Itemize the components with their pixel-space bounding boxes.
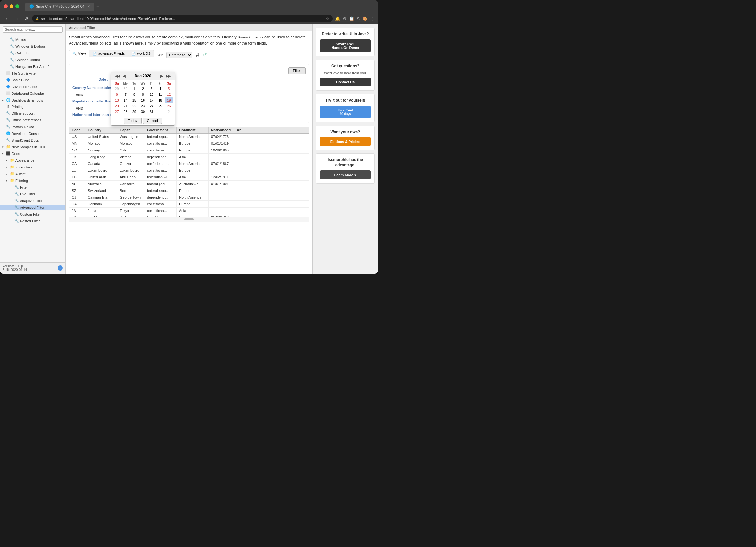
- close-button[interactable]: [4, 4, 8, 8]
- grid-row-lu[interactable]: LU Luxembourg Luxembourg constitiona... …: [69, 167, 309, 174]
- grid-row-cj[interactable]: CJ Cayman Isla... George Town dependent …: [69, 194, 309, 201]
- sidebar-item-tilesort[interactable]: ⬜ Tile Sort & Filter: [0, 70, 65, 77]
- minimize-button[interactable]: [10, 4, 13, 8]
- sidebar-item-navbar[interactable]: 🔧 Navigation Bar Auto-fit: [0, 63, 65, 70]
- col-nationhood[interactable]: Nationhood: [209, 127, 234, 133]
- sidebar-item-calendar[interactable]: 🔧 Calendar: [0, 50, 65, 56]
- cancel-button[interactable]: Cancel: [143, 118, 162, 124]
- grid-row-ls[interactable]: LS Liechtenstein Vaduz hereditary c... E…: [69, 214, 309, 217]
- cal-day[interactable]: 19: [165, 97, 173, 103]
- cal-day[interactable]: 24: [147, 103, 156, 109]
- sidebar-item-autofit[interactable]: ▸ 📁 Autofit: [0, 170, 65, 177]
- tab-worldds[interactable]: 📄 worldDS: [128, 50, 154, 57]
- grid-row-as[interactable]: AS Australia Canberra federal parli... A…: [69, 181, 309, 187]
- cal-day[interactable]: 30: [138, 109, 147, 115]
- help-button[interactable]: ?: [58, 265, 63, 271]
- col-government[interactable]: Government: [144, 127, 177, 133]
- sidebar-item-adaptivefilter[interactable]: 🔧 Adaptive Filter: [0, 197, 65, 204]
- sidebar-item-datacal[interactable]: ⬜ Databound Calendar: [0, 90, 65, 97]
- prev-year-button[interactable]: ◀◀: [114, 73, 121, 79]
- browser-tab[interactable]: 🌐 SmartClient™ v10.0p_2020-04 ✕: [25, 3, 95, 11]
- learn-more-button[interactable]: Learn More >: [320, 170, 371, 179]
- grid-row-ja[interactable]: JA Japan Tokyo constitiona... Asia: [69, 208, 309, 214]
- cal-day[interactable]: 8: [130, 92, 138, 97]
- gwt-demo-button[interactable]: Smart GWTHands-On Demo: [320, 39, 371, 52]
- grid-row-sz[interactable]: SZ Switzerland Bern federal repu... Euro…: [69, 187, 309, 194]
- cal-day[interactable]: 4: [156, 86, 165, 92]
- grid-row-da[interactable]: DA Denmark Copenhagen constitiona... Eur…: [69, 201, 309, 208]
- today-button[interactable]: Today: [124, 118, 141, 124]
- cal-day[interactable]: 14: [121, 97, 130, 103]
- cal-day[interactable]: 5: [165, 86, 173, 92]
- sidebar-item-customfilter[interactable]: 🔧 Custom Filter: [0, 211, 65, 217]
- cal-day[interactable]: 29: [112, 86, 121, 92]
- bookmark-icon[interactable]: ☆: [326, 17, 329, 21]
- next-year-button[interactable]: ▶▶: [164, 73, 172, 79]
- ext-icon-2[interactable]: ⚙: [343, 16, 347, 21]
- col-code[interactable]: Code: [69, 127, 85, 133]
- prev-month-button[interactable]: ◀: [121, 73, 127, 79]
- cal-day[interactable]: 2: [138, 86, 147, 92]
- cal-day[interactable]: 12: [165, 92, 173, 97]
- cal-day[interactable]: 20: [112, 103, 121, 109]
- sidebar-item-filtering[interactable]: ▾ 📁 Filtering: [0, 177, 65, 184]
- next-month-button[interactable]: ▶: [159, 73, 164, 79]
- skin-select[interactable]: Enterprise Graphite Stratus Valley Flat …: [166, 52, 192, 58]
- sidebar-item-interaction[interactable]: ▸ 📁 Interaction: [0, 164, 65, 170]
- print-icon[interactable]: 🖨: [195, 53, 200, 58]
- cal-day[interactable]: 22: [130, 103, 138, 109]
- cal-day[interactable]: 27: [112, 109, 121, 115]
- cal-day[interactable]: 30: [121, 86, 130, 92]
- new-tab-button[interactable]: +: [96, 4, 99, 9]
- sidebar-item-appearance[interactable]: ▸ 📁 Appearance: [0, 157, 65, 164]
- ext-icon-1[interactable]: 🔔: [335, 16, 340, 21]
- sidebar-item-offsupport[interactable]: 🔧 Offline support: [0, 110, 65, 117]
- ext-icon-5[interactable]: 🎨: [362, 16, 367, 21]
- maximize-button[interactable]: [15, 4, 19, 8]
- cal-day[interactable]: 1: [130, 86, 138, 92]
- sidebar-item-grids[interactable]: ▾ ⬛ Grids: [0, 150, 65, 157]
- sidebar-item-windows[interactable]: 🔧 Windows & Dialogs: [0, 43, 65, 50]
- cal-day[interactable]: 3: [147, 86, 156, 92]
- grid-row-us[interactable]: US United States Washington federal repu…: [69, 134, 309, 140]
- cal-day[interactable]: 6: [112, 92, 121, 97]
- col-country[interactable]: Country: [85, 127, 117, 133]
- ext-icon-4[interactable]: S: [357, 16, 360, 21]
- reload-button[interactable]: ↺: [23, 15, 29, 22]
- col-area[interactable]: Ar...: [234, 127, 309, 133]
- refresh-icon[interactable]: ↺: [203, 53, 207, 58]
- cal-day[interactable]: 7: [121, 92, 130, 97]
- grid-row-ca[interactable]: CA Canada Ottawa confederatio... North A…: [69, 160, 309, 167]
- sidebar-item-pattern[interactable]: 🔧 Pattern Reuse: [0, 123, 65, 130]
- filter-button[interactable]: Filter: [288, 67, 306, 74]
- cal-day[interactable]: 25: [156, 103, 165, 109]
- trial-button[interactable]: Free Trial60 days: [320, 106, 371, 118]
- cal-day[interactable]: 15: [130, 97, 138, 103]
- cal-day[interactable]: 23: [138, 103, 147, 109]
- back-button[interactable]: ←: [4, 15, 11, 22]
- sidebar-item-spinner[interactable]: 🔧 Spinner Control: [0, 56, 65, 63]
- sidebar-item-printing[interactable]: 🖨 Printing: [0, 103, 65, 110]
- cal-day[interactable]: 1: [156, 109, 165, 115]
- search-input[interactable]: [3, 26, 63, 33]
- cal-day[interactable]: 26: [165, 103, 173, 109]
- cal-day[interactable]: 11: [156, 92, 165, 97]
- sidebar-item-advancedcube[interactable]: 🔷 Advanced Cube: [0, 83, 65, 90]
- address-bar[interactable]: 🔒 smartclient.com/smartclient-10.0/isomo…: [32, 15, 333, 22]
- cal-day[interactable]: 13: [112, 97, 121, 103]
- sidebar-item-devconsole[interactable]: 🌐 Developer Console: [0, 130, 65, 137]
- menu-icon[interactable]: ⋮: [370, 16, 374, 21]
- cal-day[interactable]: 9: [138, 92, 147, 97]
- cal-day[interactable]: 10: [147, 92, 156, 97]
- cal-day[interactable]: 17: [147, 97, 156, 103]
- sidebar-item-livefilter[interactable]: 🔧 Live Filter: [0, 191, 65, 197]
- tab-advancedfilterjs[interactable]: 📄 advancedFilter.js: [89, 50, 128, 57]
- col-continent[interactable]: Continent: [177, 127, 209, 133]
- sidebar-item-menus[interactable]: 🔧 Menus: [0, 36, 65, 43]
- sidebar-item-newsamples[interactable]: ▾ 📁 New Samples in 10.0: [0, 143, 65, 150]
- cal-day[interactable]: 18: [156, 97, 165, 103]
- sidebar-item-advancedfilter[interactable]: 🔧 Advanced Filter: [0, 204, 65, 211]
- cal-day[interactable]: 29: [130, 109, 138, 115]
- cal-day[interactable]: 21: [121, 103, 130, 109]
- tab-close-button[interactable]: ✕: [87, 5, 90, 8]
